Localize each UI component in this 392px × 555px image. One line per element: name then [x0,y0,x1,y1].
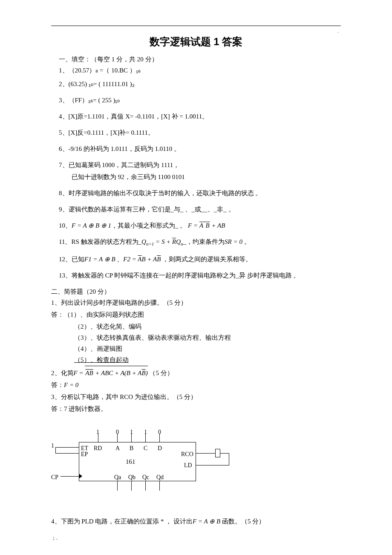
section-2-head: 二、简答题（20 分） [51,286,341,297]
q9: 9、逻辑代数的基本运算有三种，它们是_与_ 、_或__、_非_ 。 [59,204,341,214]
q10-eq2-rest: + AB [210,222,225,229]
q11-q: Q [141,238,146,245]
corner-dot: ﹒ [336,27,341,35]
s2-q4-pre: 4、下图为 PLD 电路，在正确的位置添 * ， 设计出 [51,518,193,525]
s2-q2-f: F = [74,370,85,376]
q12: 12、已知F1 = A ⊕ B 、F2 = AB + AB ，则两式之间的逻辑关… [59,254,341,264]
q11-eq: = S + [154,238,172,245]
wire-cp [61,476,79,477]
q1: 1、（20.57）₈ =（ 10.BC ）₁₆ [59,65,341,75]
q11-end: 。 [242,238,251,245]
s2-q2-ans-eq: F = 0 [64,382,78,388]
gate-box [215,449,220,457]
q12-pre: 12、已知 [59,256,84,263]
wire-qc [145,481,146,491]
s2-q3: 3、分析以下电路，其中 RCO 为进位输出。（5 分） [51,392,341,402]
section-1-head: 一、填空：（每空 1 分，共 20 分） [59,54,341,64]
footer: ；. [51,534,58,542]
q10: 10、F = A ⊕ B ⊕ 1，其最小项之和形式为_ 。 F = A B + … [59,220,341,231]
lbl-d: D [158,444,162,453]
q12-end: ，则两式之间的逻辑关系相等。 [161,256,252,263]
q6: 6、-9/16 的补码为 1.0111，反码为 1.0110 。 [59,144,341,154]
s2-q2-ans: 答：F = 0 [51,380,341,390]
s2-a1-3: （3）、状态转换真值表、驱动表求驱动方程、输出方程 [74,332,341,343]
top-rule [51,26,341,26]
q7a: 7、已知葛莱码 1000，其二进制码为 1111， [59,160,341,170]
s2-q2-pre: 2、化简 [51,370,74,376]
wire-fb-h [196,465,229,465]
q12-f2pre: F2 = [123,256,138,263]
lbl-a: A [115,444,120,453]
s2-q2-pts: （5 分） [149,370,173,376]
lbl-cp: CP [51,473,58,482]
q8: 8、时序逻辑电路的输出不仅取决于当时的输入，还取决于电路的状态 。 [59,188,341,198]
wire-b [131,434,132,442]
wire-gate-out [220,453,229,454]
q12-abar: A [138,256,141,263]
page: ﹒ 数字逻辑试题 1 答案 一、填空：（每空 1 分，共 20 分） 1、（20… [0,0,392,555]
lbl-qd: Qd [156,473,164,482]
wire-qa [117,481,118,491]
q10-eq1: F = A ⊕ B ⊕ 1 [72,222,111,229]
wire-qb [131,481,132,491]
q11-sr: SR = 0 [225,238,242,245]
s2-a1-4: （4）、画逻辑图 [74,344,341,354]
s2-q1: 1、列出设计同步时序逻辑电路的步骤。（5 分） [51,298,341,308]
wire-c [145,434,146,442]
wire-ep [55,453,79,454]
q11: 11、RS 触发器的状态方程为_Qn+1 = S + RQn_，约束条件为SR … [59,237,341,248]
lbl-qb: Qb [128,473,135,482]
q10-mid: ，其最小项之和形式为_ 。 [111,222,186,229]
s2-q4-end: 函数。（5 分） [220,518,265,525]
lbl-ld: LD [184,461,192,470]
q5: 5、[X]反=0.1111，[X]补= 0.1111。 [59,127,341,138]
q13: 13、将触发器的 CP 时钟端不连接在一起的时序逻辑电路称之为_异 步时序逻辑电… [59,270,341,280]
q12-bbar: B [157,256,161,263]
s2-q2-ans-lbl: 答： [51,382,64,388]
lbl-b: B [130,444,133,453]
q10-ab-bar: A B [199,222,210,229]
chip-name: 161 [126,457,135,467]
s2-a1-5: （5）、检查自起动 [74,355,129,365]
s2-q2-dblbar: AB + ABC + A(B + AB) [85,367,147,378]
s2-q2-rest: + ABC + A(B + A [94,370,142,376]
s2-a1-1: 答：（1）、由实际问题列状态图 [51,309,341,320]
s2-q4: 4、下图为 PLD 电路，在正确的位置添 * ， 设计出F = A ⊕ B 函数… [51,516,341,526]
lbl-rco: RCO [181,450,193,459]
wire-rd [98,434,98,442]
s2-q4-f: F = A ⊕ B [193,518,220,525]
wire-qd [159,481,160,491]
s2-q3-ans: 答：7 进制计数器。 [51,404,341,414]
wire-fb-v [229,453,229,465]
q3: 3、（FF）₁₆= ( 255 )₁₀ [59,95,341,105]
q12-f1: F1 = A ⊕ B [84,256,115,263]
q12-dot: 、 [115,256,124,263]
wire-d [159,434,160,442]
q11-n1: n+1 [146,241,154,246]
clock-triangle-icon [79,474,82,479]
q12-mid: B + A [142,256,157,263]
s2-a1-2: （2）、状态化简、编码 [74,321,341,332]
q11-rbar: R [172,238,176,245]
lbl-ep: EP [81,450,88,459]
wire-rco-h [196,453,215,454]
lbl-c: C [144,444,147,453]
q11-pre: 11、RS 触发器的状态方程为_ [59,238,141,245]
s2-q2-close: ) [146,370,148,376]
s2-q2-inner: AB [85,370,93,376]
q10-eq2-pre: F = [188,222,199,229]
q2: 2、(63.25) ₁₀= ( 111111.01 )₂ [59,79,341,89]
wire-et-v [55,447,56,453]
circuit-diagram: 1 0 1 1 0 RD A B C D 1 ET EP 161 RCO LD [51,427,341,503]
q11-qn: Q [176,238,181,245]
document-title: 数字逻辑试题 1 答案 [51,34,341,50]
q4: 4、[X]原=1.1101，真值 X= -0.1101，[X] 补 = 1.00… [59,111,341,121]
q7b: 已知十进制数为 92，余三码为 1100 0101 [72,172,341,182]
wire-et [55,447,79,448]
lbl-one-left: 1 [51,441,54,451]
lbl-rd: RD [94,444,102,453]
q11-mid: _，约束条件为 [183,238,225,245]
s2-q2-bbar: B [142,370,146,376]
wire-a [117,434,118,442]
q10-pre: 10、 [59,222,72,229]
